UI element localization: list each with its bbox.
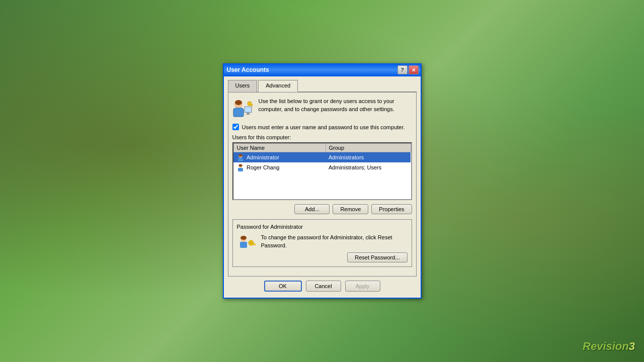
user-table: User Name Group AdministratorAdministrat… xyxy=(233,143,411,172)
remove-button[interactable]: Remove xyxy=(333,204,368,214)
svg-rect-23 xyxy=(255,244,256,245)
apply-button[interactable]: Apply xyxy=(345,281,380,292)
col-header-username[interactable]: User Name xyxy=(233,144,326,152)
properties-button[interactable]: Properties xyxy=(371,204,412,214)
info-text: Use the list below to grant or deny user… xyxy=(259,98,412,113)
svg-point-3 xyxy=(235,100,242,105)
title-bar-buttons: ? ✕ xyxy=(397,65,419,74)
dialog-content: Users Advanced xyxy=(224,76,421,298)
tab-bar: Users Advanced xyxy=(228,79,417,93)
user-table-wrapper[interactable]: User Name Group AdministratorAdministrat… xyxy=(232,142,412,200)
require-password-checkbox[interactable] xyxy=(232,124,239,130)
password-group-label: Password for Administrator xyxy=(237,224,408,230)
svg-point-16 xyxy=(239,164,243,167)
user-action-buttons: Add... Remove Properties xyxy=(232,204,412,214)
require-password-label: Users must enter a user name and passwor… xyxy=(242,124,405,130)
add-button[interactable]: Add... xyxy=(294,204,330,214)
dialog-title: User Accounts xyxy=(226,66,395,73)
password-section-inner: To change the password for Administrator… xyxy=(237,234,408,262)
password-description: To change the password for Administrator… xyxy=(261,234,408,262)
user-group-cell: Administrators xyxy=(326,152,411,163)
require-password-row: Users must enter a user name and passwor… xyxy=(232,124,412,130)
close-button[interactable]: ✕ xyxy=(409,65,419,74)
user-accounts-icon xyxy=(232,98,254,119)
users-section-label: Users for this computer: xyxy=(232,134,412,140)
col-header-group[interactable]: Group xyxy=(326,144,411,152)
svg-rect-5 xyxy=(245,107,251,112)
revision3-watermark: Revision3 xyxy=(583,340,635,353)
tab-content: Use the list below to grant or deny user… xyxy=(228,93,417,277)
svg-rect-6 xyxy=(247,113,249,114)
svg-rect-12 xyxy=(238,158,243,161)
svg-point-13 xyxy=(239,154,243,157)
password-icon xyxy=(237,234,256,253)
info-section: Use the list below to grant or deny user… xyxy=(232,98,412,119)
svg-rect-18 xyxy=(240,242,247,248)
ok-button[interactable]: OK xyxy=(264,281,302,292)
password-btn-row: Reset Password... xyxy=(261,252,408,262)
svg-rect-7 xyxy=(246,114,250,115)
svg-rect-2 xyxy=(235,108,242,113)
cancel-button[interactable]: Cancel xyxy=(306,281,341,292)
user-name-cell: Administrator xyxy=(233,152,326,163)
tab-users[interactable]: Users xyxy=(228,80,258,92)
tab-advanced[interactable]: Advanced xyxy=(258,80,298,92)
reset-password-button[interactable]: Reset Password... xyxy=(347,252,407,262)
svg-rect-10 xyxy=(252,105,253,106)
title-bar: User Accounts ? ✕ xyxy=(224,63,421,76)
table-row[interactable]: Roger ChangAdministrators; Users xyxy=(233,162,411,172)
user-accounts-dialog: User Accounts ? ✕ Users Advanced xyxy=(223,63,422,299)
password-group: Password for Administrator xyxy=(232,219,412,267)
svg-point-19 xyxy=(240,236,247,240)
table-row[interactable]: AdministratorAdministrators xyxy=(233,152,411,163)
help-button[interactable]: ? xyxy=(397,65,408,74)
dialog-bottom-buttons: OK Cancel Apply xyxy=(228,277,417,294)
password-text: To change the password for Administrator… xyxy=(261,234,408,249)
user-name-cell: Roger Chang xyxy=(233,162,326,172)
svg-rect-24 xyxy=(253,244,254,245)
svg-rect-15 xyxy=(238,168,243,171)
user-group-cell: Administrators; Users xyxy=(326,162,411,172)
